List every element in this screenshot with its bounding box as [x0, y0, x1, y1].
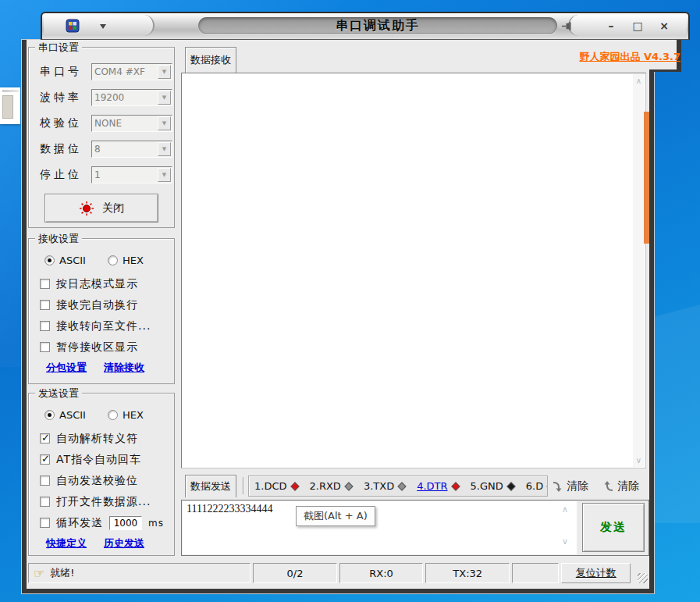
maximize-button[interactable]: □ [629, 18, 646, 34]
clear-send-button[interactable]: 清除 [603, 476, 639, 497]
log-mode-label: 按日志模式显示 [56, 277, 138, 291]
app-icon[interactable] [66, 19, 80, 33]
desktop-thumbnail[interactable] [0, 87, 20, 124]
at-return-checkbox[interactable] [40, 454, 50, 465]
auto-newline-label: 接收完自动换行 [56, 298, 138, 312]
app-window: 野人家园出品 V4.3.7 串口设置 串口号 COM4 #XF 波特率 1920… [22, 40, 654, 593]
window-title: 串口调试助手 [336, 18, 420, 34]
menu-arrow-icon[interactable] [100, 24, 106, 32]
loop-unit-label: ms [148, 518, 164, 529]
port-label: 串口号 [40, 65, 91, 79]
recv-ascii-radio[interactable] [44, 255, 55, 265]
receive-textarea[interactable]: ∧ ∨ [181, 73, 646, 468]
redirect-file-checkbox[interactable] [40, 321, 50, 331]
pause-display-label: 暂停接收区显示 [56, 340, 138, 354]
dropdown-arrow-icon[interactable] [158, 116, 171, 130]
log-mode-checkbox[interactable] [40, 279, 50, 289]
stopbits-label: 停止位 [40, 168, 91, 182]
arrow-down-icon [553, 480, 563, 493]
tab-data-receive[interactable]: 数据接收 [185, 47, 236, 73]
led-icon [79, 201, 94, 216]
dcd-light-icon [290, 482, 299, 490]
send-button[interactable]: 发送 [582, 503, 645, 552]
group-title: 发送设置 [35, 386, 82, 401]
thumbnail-titlebar [2, 90, 19, 92]
close-window-button[interactable]: × [656, 18, 673, 34]
signal-lights-panel: 1.DCD 2.RXD 3.TXD 4.DTR 5.GND 6.D [248, 476, 548, 497]
escape-parse-checkbox[interactable] [40, 433, 50, 443]
close-port-label: 关闭 [102, 201, 124, 216]
scroll-up-icon[interactable]: ∧ [562, 504, 568, 515]
receive-scrollbar[interactable]: ∧ ∨ [633, 74, 645, 467]
clear-receive-link[interactable]: 清除接收 [104, 361, 144, 375]
databits-label: 数据位 [40, 142, 91, 156]
auto-parity-label: 自动发送校验位 [56, 474, 138, 488]
escape-parse-label: 自动解析转义符 [56, 432, 138, 446]
auto-newline-checkbox[interactable] [40, 300, 50, 310]
gnd-light-icon [506, 482, 515, 490]
pin-icon[interactable] [561, 20, 573, 32]
field-row: 波特率 19200 [40, 89, 174, 106]
port-select[interactable]: COM4 #XF [91, 63, 172, 80]
loop-send-label: 循环发送 [56, 516, 103, 530]
title-pill: 串口调试助手 [198, 17, 557, 34]
screenshot-tooltip: 截图(Alt + A) [296, 506, 375, 526]
arrow-up-icon [603, 480, 613, 493]
divider [243, 477, 243, 494]
pause-display-checkbox[interactable] [40, 342, 50, 352]
signal-rxd: 2.RXD [310, 480, 352, 492]
field-row: 数据位 8 [40, 141, 174, 158]
dropdown-arrow-icon[interactable] [158, 142, 171, 156]
resize-grip[interactable] [638, 573, 648, 583]
baud-label: 波特率 [40, 91, 91, 105]
serial-settings-group: 串口设置 串口号 COM4 #XF 波特率 19200 校验位 NONE 数据位 [28, 47, 175, 228]
redirect-file-label: 接收转向至文件... [56, 319, 151, 333]
close-port-button[interactable]: 关闭 [44, 194, 158, 223]
send-input[interactable]: 1111222233334444 [183, 501, 577, 554]
minimize-button[interactable]: – [602, 18, 620, 34]
quick-define-link[interactable]: 快捷定义 [46, 536, 87, 550]
parity-select[interactable]: NONE [91, 115, 172, 132]
send-ascii-radio[interactable] [44, 410, 55, 420]
send-panel: 1111222233334444 ∧ ∨ 发送 [181, 500, 649, 556]
file-source-checkbox[interactable] [40, 497, 50, 507]
loop-send-checkbox[interactable] [40, 518, 50, 528]
recv-hex-radio[interactable] [108, 255, 118, 265]
send-hex-label: HEX [123, 409, 144, 421]
packet-settings-link[interactable]: 分包设置 [46, 361, 87, 375]
orange-edge-strip [644, 112, 649, 244]
ready-hand-icon [34, 566, 44, 581]
scroll-down-icon[interactable]: ∨ [562, 536, 568, 547]
scroll-down-icon[interactable]: ∨ [633, 456, 645, 465]
tab-data-send[interactable]: 数据发送 [185, 475, 236, 497]
reset-count-button[interactable]: 复位计数 [561, 563, 631, 583]
rxd-light-icon [344, 482, 353, 490]
loop-interval-input[interactable] [109, 516, 142, 530]
parity-label: 校验位 [40, 116, 91, 130]
txd-light-icon [397, 482, 406, 490]
brand-version-link[interactable]: 野人家园出品 V4.3.7 [562, 50, 680, 64]
dropdown-arrow-icon[interactable] [158, 91, 171, 105]
auto-parity-checkbox[interactable] [40, 476, 50, 486]
signal-dcd: 1.DCD [254, 480, 298, 492]
dsr-light-icon [547, 482, 548, 490]
rx-counter-segment: RX:0 [339, 563, 424, 583]
dropdown-arrow-icon[interactable] [158, 168, 171, 182]
stopbits-select[interactable]: 1 [91, 166, 172, 183]
status-text: 就绪! [50, 566, 74, 580]
databits-select[interactable]: 8 [91, 141, 172, 158]
history-send-link[interactable]: 历史发送 [104, 536, 144, 550]
send-hex-radio[interactable] [108, 410, 118, 420]
signal-txd: 3.TXD [364, 480, 405, 492]
baud-select[interactable]: 19200 [91, 89, 172, 106]
window-titlebar[interactable]: 串口调试助手 – □ × [41, 12, 690, 40]
clear-receive-button[interactable]: 清除 [553, 476, 588, 497]
dtr-toggle-link[interactable]: 4.DTR [417, 480, 447, 492]
receive-settings-group: 接收设置 ASCII HEX 按日志模式显示 接收完自动换行 接收转向至文件..… [28, 238, 175, 384]
send-ascii-label: ASCII [59, 409, 86, 421]
dropdown-arrow-icon[interactable] [158, 65, 171, 79]
file-source-label: 打开文件数据源... [56, 495, 151, 509]
scroll-up-icon[interactable]: ∧ [633, 77, 645, 85]
status-bar: 就绪! 0/2 RX:0 TX:32 复位计数 [28, 560, 648, 586]
signal-dtr: 4.DTR [417, 480, 458, 492]
